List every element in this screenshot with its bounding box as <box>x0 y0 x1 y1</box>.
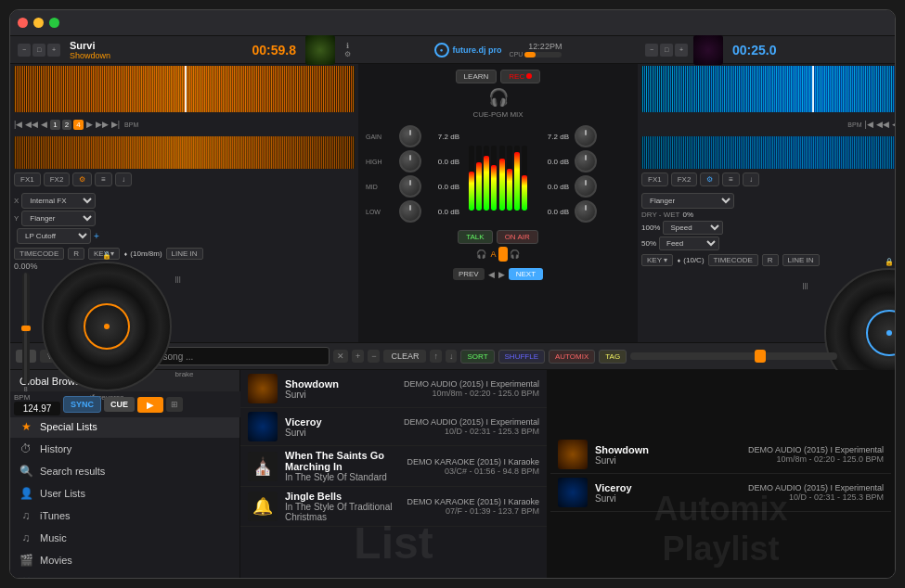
sidebar-item-user-lists[interactable]: 👤 User Lists <box>10 482 239 505</box>
volume-slider-thumb[interactable] <box>755 350 766 363</box>
maximize-btn[interactable] <box>49 18 59 28</box>
high-right-knob[interactable] <box>575 150 597 173</box>
deck-left-fx2[interactable]: FX2 <box>44 173 71 186</box>
deck-left-fx-settings[interactable]: ⚙ <box>72 173 92 186</box>
prev-btn[interactable]: PREV <box>453 268 485 280</box>
deck-right-skip-start[interactable]: |◀ <box>865 120 873 129</box>
deck-right-key-btn[interactable]: KEY ▾ <box>641 254 673 266</box>
shuffle-btn[interactable]: SHUFFLE <box>498 350 545 364</box>
deck-right-linein[interactable]: LINE IN <box>782 254 820 266</box>
deck-left-lock-icon[interactable]: 🔒 <box>102 251 111 260</box>
deck-left-loop-1[interactable]: 1 <box>50 120 59 130</box>
arrow-up-btn[interactable]: ↑ <box>430 350 442 363</box>
deck-left-skip-start[interactable]: |◀ <box>14 120 22 129</box>
deck-right-timecode[interactable]: TIMECODE <box>708 254 758 266</box>
deck-right-fx-flanger[interactable]: Flanger <box>641 193 734 209</box>
next-btn[interactable]: NEXT <box>509 268 543 280</box>
mid-left-knob[interactable] <box>399 175 421 198</box>
track-row[interactable]: Viceroy Survi DEMO AUDIO (2015) I Experi… <box>240 408 547 446</box>
deck-right-mini-btn-3[interactable]: + <box>675 44 688 57</box>
deck-right-fx-settings[interactable]: ⚙ <box>700 173 719 186</box>
deck-left-fx-lpcutoff[interactable]: LP Cutoff <box>17 228 91 244</box>
sidebar-item-tv[interactable]: 📺 TV Shows <box>10 571 239 578</box>
deck-left-settings-icon[interactable]: ⚙ <box>344 50 351 58</box>
deck-right-fx-down[interactable]: ↓ <box>743 173 759 186</box>
deck-right-mini-btn-1[interactable]: − <box>645 44 658 57</box>
deck-right-sync-btn[interactable]: SYNC <box>895 403 896 419</box>
automix-btn[interactable]: AUTOMIX <box>549 350 595 364</box>
deck-left-fx1[interactable]: FX1 <box>14 173 41 186</box>
deck-left-turntable[interactable] <box>42 262 172 391</box>
sidebar-item-music[interactable]: ♫ Music <box>10 527 239 549</box>
mixer-btn-row-2: 🎧 <box>485 85 512 109</box>
track-row[interactable]: 🔔 Jingle Bells In The Style Of Tradition… <box>240 487 547 527</box>
deck-left-loop-2[interactable]: 2 <box>62 120 71 130</box>
arrow-down-btn[interactable]: ↓ <box>446 350 458 363</box>
deck-left-mini-btn-1[interactable]: − <box>18 44 31 57</box>
clear-btn[interactable]: CLEAR <box>383 350 426 363</box>
deck-left-plus-icon[interactable]: + <box>94 231 99 241</box>
track-row[interactable]: ⛪ When The Saints Go Marching In In The … <box>240 446 547 487</box>
track-meta-bells: DEMO KARAOKE (2015) I Karaoke 07/F - 01:… <box>407 497 539 516</box>
deck-left-info-icon[interactable]: ℹ <box>346 42 349 50</box>
deck-left-next[interactable]: ▶▶ <box>96 120 109 129</box>
low-right-knob[interactable] <box>575 200 597 223</box>
automix-track-row-2[interactable]: Viceroy Survi DEMO AUDIO (2015) I Experi… <box>550 474 891 512</box>
deck-right-r-btn[interactable]: R <box>762 254 779 266</box>
deck-left-prev[interactable]: ◀◀ <box>25 120 38 129</box>
sidebar-item-history[interactable]: ⏱ History <box>10 438 239 460</box>
deck-left-fx-internal[interactable]: Internal FX <box>21 193 96 209</box>
sidebar-item-special-lists[interactable]: ★ Special Lists <box>10 415 239 438</box>
deck-left-turntable-inner <box>84 303 130 350</box>
deck-right-feed-select[interactable]: Feed <box>659 236 719 250</box>
crossfader-thumb[interactable] <box>498 247 508 262</box>
deck-right-lock-icon[interactable]: 🔒 <box>885 258 894 266</box>
learn-btn[interactable]: LEARN <box>456 70 498 83</box>
deck-left-skip-end[interactable]: ▶| <box>111 120 120 129</box>
low-left-knob[interactable] <box>399 200 421 223</box>
deck-left-fwd[interactable]: ▶ <box>86 120 93 129</box>
deck-left-pitch-slider[interactable] <box>22 273 30 384</box>
gain-left-knob[interactable] <box>399 125 421 147</box>
deck-left-grid-btn[interactable]: ⊞ <box>166 397 183 412</box>
deck-left-sync-btn[interactable]: SYNC <box>63 396 101 413</box>
tag-btn[interactable]: TAG <box>599 350 627 364</box>
deck-left-fx-down[interactable]: ↓ <box>115 173 132 186</box>
deck-left-linein[interactable]: LINE IN <box>166 248 203 260</box>
next-track-btn[interactable]: ▶ <box>498 270 505 279</box>
track-name-bells: Jingle Bells <box>285 491 399 502</box>
special-lists-icon: ★ <box>19 420 32 433</box>
sidebar-item-movies[interactable]: 🎬 Movies <box>10 549 239 571</box>
deck-left-loop-4[interactable]: 4 <box>73 120 83 130</box>
minimize-btn[interactable] <box>33 18 44 28</box>
deck-left-mini-btn-3[interactable]: + <box>47 44 60 57</box>
deck-right-fx2[interactable]: FX2 <box>671 173 698 186</box>
high-left-knob[interactable] <box>399 150 421 173</box>
gain-right-knob[interactable] <box>575 125 597 147</box>
sidebar-item-search[interactable]: 🔍 Search results <box>10 460 239 482</box>
track-row[interactable]: Showdown Survi DEMO AUDIO (2015) I Exper… <box>240 370 547 408</box>
deck-left-mini-btn-2[interactable]: □ <box>32 44 45 57</box>
deck-left-fx-extra[interactable]: ≡ <box>95 173 112 186</box>
minus-btn[interactable]: − <box>368 350 380 363</box>
deck-right-mini-btn-2[interactable]: □ <box>660 44 673 57</box>
deck-right-fx-extra[interactable]: ≡ <box>722 173 740 186</box>
mid-right-knob[interactable] <box>575 175 597 198</box>
deck-left-fx-flanger[interactable]: Flanger <box>21 211 96 226</box>
prev-track-btn[interactable]: ◀ <box>488 270 495 279</box>
sidebar-item-itunes[interactable]: ♫ iTunes <box>10 505 239 527</box>
deck-right-fx1[interactable]: FX1 <box>641 173 668 186</box>
deck-left-back[interactable]: ◀ <box>41 120 47 129</box>
deck-left-play-btn[interactable]: ▶ <box>137 397 163 413</box>
deck-right-speed-select[interactable]: Speed <box>663 221 723 235</box>
sort-btn[interactable]: SORT <box>460 350 494 364</box>
deck-right-back[interactable]: ◀ <box>892 120 896 129</box>
deck-left-cue-btn[interactable]: CUE <box>104 397 135 412</box>
on-air-btn[interactable]: ON AIR <box>497 230 538 244</box>
deck-right-prev[interactable]: ◀◀ <box>876 120 889 129</box>
close-btn[interactable] <box>18 18 28 28</box>
rec-btn[interactable]: REC <box>500 70 540 83</box>
deck-left-x-label: X <box>14 197 19 205</box>
talk-btn[interactable]: TALK <box>458 230 492 244</box>
automix-track-row-1[interactable]: Showdown Survi DEMO AUDIO (2015) I Exper… <box>550 436 891 474</box>
